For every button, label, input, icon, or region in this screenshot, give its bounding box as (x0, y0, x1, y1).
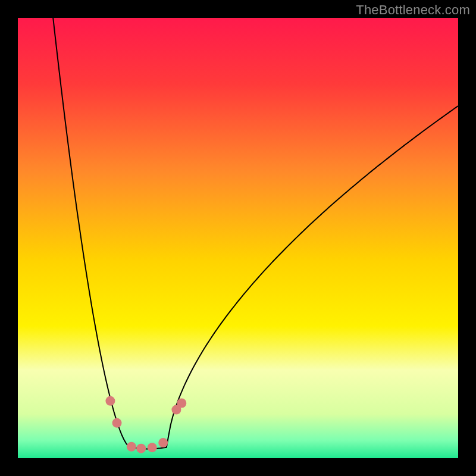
marker-point (148, 443, 157, 452)
marker-point (112, 418, 122, 428)
marker-point (158, 438, 168, 447)
plot-background (18, 18, 458, 458)
marker-point (105, 396, 115, 406)
marker-point (136, 444, 146, 453)
marker-point (127, 442, 136, 452)
chart-container: TheBottleneck.com (0, 0, 476, 476)
watermark-text: TheBottleneck.com (356, 2, 470, 18)
marker-point (177, 399, 186, 408)
bottleneck-chart (0, 0, 476, 476)
